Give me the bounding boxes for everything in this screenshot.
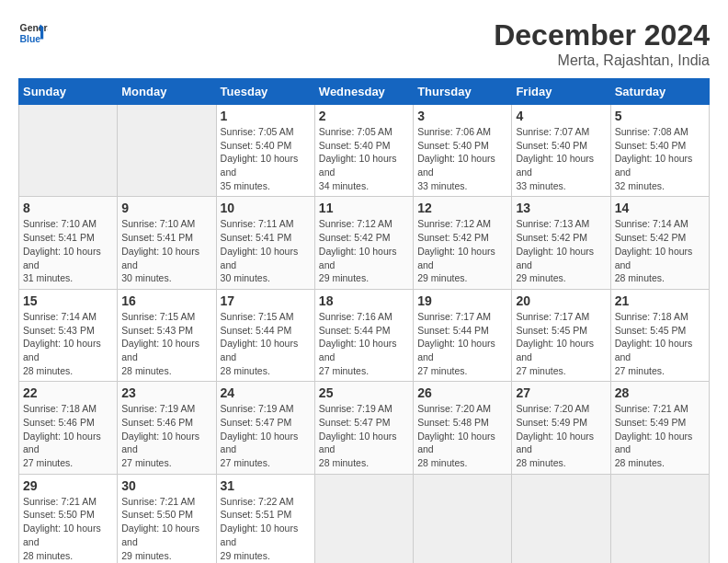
table-row: 23 Sunrise: 7:19 AM Sunset: 5:46 PM Dayl… <box>118 382 216 474</box>
day-info: Sunrise: 7:05 AM Sunset: 5:40 PM Dayligh… <box>319 125 409 192</box>
day-number: 4 <box>516 109 606 123</box>
header-sunday: Sunday <box>19 79 118 105</box>
day-number: 9 <box>121 201 211 215</box>
day-number: 13 <box>516 201 606 215</box>
table-row: 13 Sunrise: 7:13 AM Sunset: 5:42 PM Dayl… <box>512 197 610 289</box>
day-info: Sunrise: 7:13 AM Sunset: 5:42 PM Dayligh… <box>516 217 606 284</box>
table-row <box>512 474 610 563</box>
day-info: Sunrise: 7:19 AM Sunset: 5:46 PM Dayligh… <box>121 402 211 469</box>
day-number: 20 <box>516 293 606 308</box>
calendar-week-row: 29 Sunrise: 7:21 AM Sunset: 5:50 PM Dayl… <box>19 474 710 563</box>
day-number: 10 <box>221 201 311 215</box>
table-row <box>414 474 512 563</box>
day-info: Sunrise: 7:21 AM Sunset: 5:49 PM Dayligh… <box>615 402 705 469</box>
day-info: Sunrise: 7:18 AM Sunset: 5:45 PM Dayligh… <box>615 310 705 377</box>
day-number: 14 <box>615 201 705 215</box>
day-info: Sunrise: 7:21 AM Sunset: 5:50 PM Dayligh… <box>23 495 113 562</box>
header-tuesday: Tuesday <box>216 79 314 105</box>
day-info: Sunrise: 7:12 AM Sunset: 5:42 PM Dayligh… <box>417 217 507 284</box>
logo-icon: General Blue <box>18 18 48 48</box>
logo: General Blue <box>18 18 48 48</box>
table-row: 16 Sunrise: 7:15 AM Sunset: 5:43 PM Dayl… <box>118 289 216 381</box>
calendar-week-row: 8 Sunrise: 7:10 AM Sunset: 5:41 PM Dayli… <box>19 197 710 289</box>
table-row: 1 Sunrise: 7:05 AM Sunset: 5:40 PM Dayli… <box>216 105 314 197</box>
table-row <box>19 105 118 197</box>
day-number: 3 <box>417 109 507 123</box>
day-number: 30 <box>121 478 211 493</box>
table-row: 14 Sunrise: 7:14 AM Sunset: 5:42 PM Dayl… <box>610 197 709 289</box>
table-row: 25 Sunrise: 7:19 AM Sunset: 5:47 PM Dayl… <box>314 382 413 474</box>
day-info: Sunrise: 7:10 AM Sunset: 5:41 PM Dayligh… <box>121 217 211 284</box>
calendar-table: Sunday Monday Tuesday Wednesday Thursday… <box>18 78 710 563</box>
day-number: 19 <box>417 293 507 308</box>
day-number: 12 <box>417 201 507 215</box>
table-row: 2 Sunrise: 7:05 AM Sunset: 5:40 PM Dayli… <box>314 105 413 197</box>
day-info: Sunrise: 7:15 AM Sunset: 5:44 PM Dayligh… <box>221 310 311 377</box>
calendar-header-row: Sunday Monday Tuesday Wednesday Thursday… <box>19 79 710 105</box>
table-row: 22 Sunrise: 7:18 AM Sunset: 5:46 PM Dayl… <box>19 382 118 474</box>
table-row: 24 Sunrise: 7:19 AM Sunset: 5:47 PM Dayl… <box>216 382 314 474</box>
table-row: 30 Sunrise: 7:21 AM Sunset: 5:50 PM Dayl… <box>118 474 216 563</box>
page-header: General Blue December 2024 Merta, Rajash… <box>18 18 710 69</box>
table-row: 17 Sunrise: 7:15 AM Sunset: 5:44 PM Dayl… <box>216 289 314 381</box>
calendar-week-row: 15 Sunrise: 7:14 AM Sunset: 5:43 PM Dayl… <box>19 289 710 381</box>
table-row: 10 Sunrise: 7:11 AM Sunset: 5:41 PM Dayl… <box>216 197 314 289</box>
day-info: Sunrise: 7:12 AM Sunset: 5:42 PM Dayligh… <box>319 217 409 284</box>
day-number: 31 <box>221 478 311 493</box>
header-saturday: Saturday <box>610 79 709 105</box>
day-number: 29 <box>23 478 113 493</box>
day-info: Sunrise: 7:07 AM Sunset: 5:40 PM Dayligh… <box>516 125 606 192</box>
day-number: 16 <box>121 293 211 308</box>
day-number: 28 <box>615 385 705 400</box>
table-row: 31 Sunrise: 7:22 AM Sunset: 5:51 PM Dayl… <box>216 474 314 563</box>
day-number: 26 <box>417 385 507 400</box>
month-title: December 2024 <box>494 18 710 52</box>
day-info: Sunrise: 7:16 AM Sunset: 5:44 PM Dayligh… <box>319 310 409 377</box>
day-number: 8 <box>23 201 113 215</box>
table-row: 9 Sunrise: 7:10 AM Sunset: 5:41 PM Dayli… <box>118 197 216 289</box>
day-number: 15 <box>23 293 113 308</box>
table-row: 26 Sunrise: 7:20 AM Sunset: 5:48 PM Dayl… <box>414 382 512 474</box>
header-wednesday: Wednesday <box>314 79 413 105</box>
table-row: 28 Sunrise: 7:21 AM Sunset: 5:49 PM Dayl… <box>610 382 709 474</box>
table-row: 15 Sunrise: 7:14 AM Sunset: 5:43 PM Dayl… <box>19 289 118 381</box>
day-info: Sunrise: 7:20 AM Sunset: 5:48 PM Dayligh… <box>417 402 507 469</box>
day-number: 2 <box>319 109 409 123</box>
table-row: 18 Sunrise: 7:16 AM Sunset: 5:44 PM Dayl… <box>314 289 413 381</box>
table-row <box>610 474 709 563</box>
table-row: 20 Sunrise: 7:17 AM Sunset: 5:45 PM Dayl… <box>512 289 610 381</box>
table-row: 27 Sunrise: 7:20 AM Sunset: 5:49 PM Dayl… <box>512 382 610 474</box>
day-info: Sunrise: 7:20 AM Sunset: 5:49 PM Dayligh… <box>516 402 606 469</box>
day-number: 18 <box>319 293 409 308</box>
day-info: Sunrise: 7:17 AM Sunset: 5:45 PM Dayligh… <box>516 310 606 377</box>
table-row <box>118 105 216 197</box>
calendar-week-row: 1 Sunrise: 7:05 AM Sunset: 5:40 PM Dayli… <box>19 105 710 197</box>
table-row: 4 Sunrise: 7:07 AM Sunset: 5:40 PM Dayli… <box>512 105 610 197</box>
day-number: 23 <box>121 385 211 400</box>
header-thursday: Thursday <box>414 79 512 105</box>
day-number: 21 <box>615 293 705 308</box>
table-row: 5 Sunrise: 7:08 AM Sunset: 5:40 PM Dayli… <box>610 105 709 197</box>
day-info: Sunrise: 7:15 AM Sunset: 5:43 PM Dayligh… <box>121 310 211 377</box>
day-number: 22 <box>23 385 113 400</box>
day-info: Sunrise: 7:18 AM Sunset: 5:46 PM Dayligh… <box>23 402 113 469</box>
svg-text:Blue: Blue <box>20 34 41 44</box>
day-info: Sunrise: 7:22 AM Sunset: 5:51 PM Dayligh… <box>221 495 311 562</box>
table-row <box>314 474 413 563</box>
day-number: 5 <box>615 109 705 123</box>
day-number: 25 <box>319 385 409 400</box>
day-info: Sunrise: 7:19 AM Sunset: 5:47 PM Dayligh… <box>319 402 409 469</box>
day-info: Sunrise: 7:17 AM Sunset: 5:44 PM Dayligh… <box>417 310 507 377</box>
table-row: 3 Sunrise: 7:06 AM Sunset: 5:40 PM Dayli… <box>414 105 512 197</box>
title-section: December 2024 Merta, Rajashtan, India <box>494 18 710 69</box>
table-row: 12 Sunrise: 7:12 AM Sunset: 5:42 PM Dayl… <box>414 197 512 289</box>
header-friday: Friday <box>512 79 610 105</box>
table-row: 21 Sunrise: 7:18 AM Sunset: 5:45 PM Dayl… <box>610 289 709 381</box>
day-info: Sunrise: 7:10 AM Sunset: 5:41 PM Dayligh… <box>23 217 113 284</box>
day-number: 17 <box>221 293 311 308</box>
day-info: Sunrise: 7:19 AM Sunset: 5:47 PM Dayligh… <box>221 402 311 469</box>
day-info: Sunrise: 7:21 AM Sunset: 5:50 PM Dayligh… <box>121 495 211 562</box>
day-number: 11 <box>319 201 409 215</box>
day-info: Sunrise: 7:14 AM Sunset: 5:43 PM Dayligh… <box>23 310 113 377</box>
day-number: 27 <box>516 385 606 400</box>
